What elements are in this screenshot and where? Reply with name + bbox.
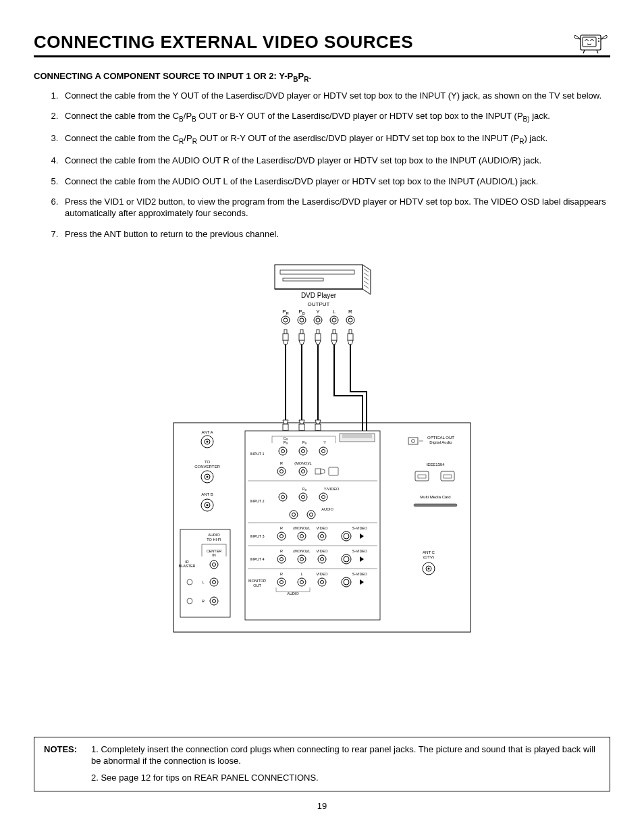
svg-text:R: R	[280, 572, 283, 576]
step-text: Press the VID1 or VID2 button, to view t…	[65, 197, 606, 218]
notes-list: 1. Completely insert the connection cord…	[91, 744, 600, 784]
svg-text:TO: TO	[205, 460, 211, 464]
svg-point-131	[322, 496, 325, 499]
svg-point-159	[280, 558, 284, 561]
note-2: 2. See page 12 for tips on REAR PANEL CO…	[91, 773, 600, 784]
svg-point-144	[280, 535, 284, 538]
svg-point-64	[207, 441, 209, 443]
svg-text:VIDEO: VIDEO	[316, 572, 328, 576]
output-label: OUTPUT	[308, 301, 330, 307]
t: OUT or R-Y OUT of the aserdisc/DVD playe…	[197, 133, 519, 143]
svg-rect-31	[283, 334, 288, 340]
svg-point-161	[300, 558, 304, 561]
svg-point-127	[281, 496, 285, 499]
svg-text:L: L	[300, 572, 302, 576]
svg-rect-38	[317, 330, 319, 334]
svg-text:AUDIO: AUDIO	[208, 533, 220, 537]
svg-text:R: R	[280, 549, 283, 553]
svg-point-24	[300, 318, 304, 322]
step-text: Press the ANT button to return to the pr…	[65, 229, 279, 239]
svg-marker-36	[299, 340, 304, 344]
cable-plugs-top	[283, 330, 353, 344]
svg-rect-47	[283, 424, 288, 431]
svg-marker-33	[283, 340, 288, 344]
svg-text:R: R	[202, 599, 205, 603]
notes-label: NOTES:	[44, 744, 91, 784]
step-7: Press the ANT button to return to the pr…	[61, 229, 610, 240]
svg-point-30	[348, 318, 352, 322]
svg-point-165	[344, 556, 349, 562]
svg-text:(MONO)/L: (MONO)/L	[294, 461, 311, 465]
t: OUT or B-Y OUT of the Laserdisc/DVD play…	[196, 111, 523, 121]
svg-text:ANT A: ANT A	[201, 430, 213, 434]
svg-rect-53	[315, 424, 321, 431]
step-2: Connect the cable from the CB/PB OUT or …	[61, 111, 610, 124]
svg-text:ANT C: ANT C	[423, 550, 435, 554]
svg-marker-45	[348, 340, 353, 344]
svg-point-86	[187, 579, 192, 585]
svg-point-22	[284, 318, 288, 322]
svg-rect-34	[299, 334, 304, 340]
svg-text:(DTV): (DTV)	[423, 555, 434, 559]
svg-point-175	[280, 581, 284, 584]
svg-text:IEEE1394: IEEE1394	[426, 463, 445, 467]
svg-text:IN: IN	[212, 553, 216, 557]
page-title: CONNECTING EXTERNAL VIDEO SOURCES	[34, 31, 571, 54]
svg-point-181	[344, 579, 349, 585]
svg-text:Multi Media Card: Multi Media Card	[420, 495, 450, 499]
svg-point-129	[302, 496, 305, 499]
svg-rect-94	[245, 431, 380, 620]
svg-point-106	[302, 450, 305, 453]
t: ) jack.	[524, 133, 547, 143]
svg-point-179	[321, 581, 324, 584]
step-3: Connect the cable from the CR/PR OUT or …	[61, 133, 610, 146]
note-1: 1. Completely insert the connection cord…	[91, 744, 600, 767]
diagram-svg: DVD Player OUTPUT PR PB Y L R	[160, 261, 484, 639]
svg-rect-50	[299, 424, 304, 431]
svg-point-2	[598, 38, 599, 39]
svg-point-108	[322, 450, 325, 453]
svg-point-104	[281, 450, 285, 453]
svg-point-93	[213, 600, 216, 603]
svg-point-26	[316, 318, 320, 322]
svg-point-89	[213, 581, 216, 584]
svg-text:R: R	[348, 309, 352, 315]
svg-rect-74	[180, 529, 230, 617]
svg-point-116	[280, 470, 284, 473]
svg-rect-32	[284, 330, 287, 334]
svg-rect-40	[331, 334, 337, 340]
subhead-sub-b: B	[293, 76, 298, 83]
svg-point-134	[292, 513, 296, 517]
svg-marker-39	[315, 340, 321, 344]
step-text: Connect the cable from the C	[65, 111, 179, 121]
svg-line-5	[597, 50, 598, 53]
svg-rect-9	[280, 270, 354, 274]
dvd-player-icon	[275, 265, 371, 294]
svg-text:PR: PR	[282, 309, 289, 315]
step-text: Connect the cable from the AUDIO OUT R o…	[65, 155, 541, 165]
svg-text:PB: PB	[302, 487, 307, 492]
svg-text:INPUT 3: INPUT 3	[250, 534, 265, 538]
panel-left-box: AUDIO TO HI-FI CENTER IN IR BLASTER L R	[178, 529, 230, 617]
svg-rect-6	[275, 265, 363, 289]
step-4: Connect the cable from the AUDIO OUT R o…	[61, 155, 610, 167]
svg-text:INPUT 4: INPUT 4	[250, 557, 265, 561]
svg-text:MONITOR: MONITOR	[248, 579, 266, 583]
tv-character-icon	[571, 27, 610, 54]
dvd-label: DVD Player	[301, 292, 337, 299]
connection-diagram: DVD Player OUTPUT PR PB Y L R	[34, 261, 610, 642]
sub: B	[192, 115, 196, 123]
svg-rect-1	[583, 37, 596, 47]
svg-rect-41	[333, 330, 336, 334]
svg-text:PB: PB	[298, 309, 304, 315]
step-text: Connect the cable from the AUDIO OUT L o…	[65, 176, 538, 186]
svg-text:Digital Audio: Digital Audio	[429, 440, 452, 444]
svg-point-188	[412, 440, 415, 443]
svg-point-90	[187, 598, 192, 604]
svg-text:L: L	[202, 580, 204, 584]
svg-text:OPTICAL OUT: OPTICAL OUT	[427, 436, 454, 440]
svg-point-150	[344, 533, 349, 539]
svg-text:VIDEO: VIDEO	[316, 526, 328, 530]
svg-marker-42	[331, 340, 337, 344]
svg-text:OUT: OUT	[253, 583, 261, 588]
